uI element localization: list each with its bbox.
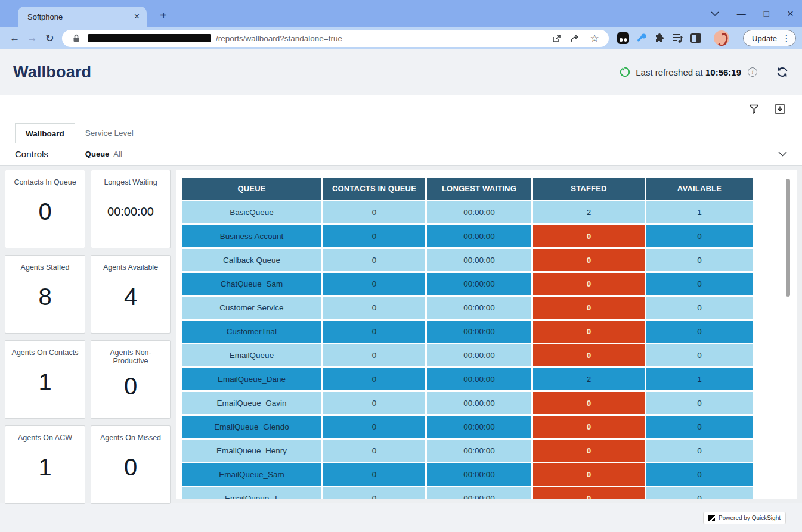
playlist-icon[interactable] <box>672 33 684 43</box>
cell-available: 0 <box>646 416 753 438</box>
kpi-card: Agents Available4 <box>91 255 171 334</box>
cell-available: 0 <box>646 487 753 499</box>
browser-toolbar: ← → ↻ /reports/wallboard?standalone=true… <box>0 27 802 49</box>
quicksight-badge: Powered by QuickSight <box>703 512 786 524</box>
controls-bar: Controls Queue All <box>0 143 802 166</box>
controls-collapse-chevron-icon[interactable] <box>778 151 787 157</box>
address-bar[interactable]: /reports/wallboard?standalone=true ☆ <box>62 30 609 47</box>
cell-contacts-in-queue: 0 <box>323 201 425 223</box>
page-footer: Powered by QuickSight <box>0 503 802 532</box>
tab-wallboard[interactable]: Wallboard <box>15 123 75 143</box>
queue-table: QUEUECONTACTS IN QUEUELONGEST WAITINGSTA… <box>180 176 754 499</box>
minimize-button[interactable]: — <box>737 9 746 18</box>
refresh-button[interactable] <box>776 66 789 78</box>
kpi-card: Agents On Missed0 <box>91 425 171 504</box>
kpi-label: Contacts In Queue <box>14 178 76 186</box>
table-row: Customer Service000:00:0000 <box>182 297 753 319</box>
page-header: Wallboard Last refreshed at 10:56:19 i <box>0 49 802 95</box>
cell-queue: EmailQueue_Henry <box>182 440 321 462</box>
table-row: EmailQueue_Gavin000:00:0000 <box>182 392 753 414</box>
table-row: EmailQueue_T000:00:0000 <box>182 487 753 499</box>
table-row: EmailQueue_Glendo000:00:0000 <box>182 416 753 438</box>
cell-available: 1 <box>646 368 753 390</box>
new-tab-button[interactable]: + <box>155 7 172 24</box>
cell-longest-waiting: 00:00:00 <box>427 463 531 486</box>
column-header: CONTACTS IN QUEUE <box>323 178 425 200</box>
column-header: AVAILABLE <box>646 178 753 200</box>
queue-filter-value[interactable]: All <box>113 150 122 158</box>
close-window-button[interactable]: × <box>787 8 794 19</box>
cell-staffed: 0 <box>533 487 645 499</box>
kpi-label: Agents On ACW <box>18 434 72 442</box>
extension-domino-icon[interactable] <box>617 32 629 44</box>
table-row: CustomerTrial000:00:0000 <box>182 321 753 343</box>
cell-queue: EmailQueue_Sam <box>182 463 321 486</box>
dashboard-card: Wallboard Service Level Controls Queue A… <box>0 95 802 503</box>
update-button[interactable]: Update ⋮ <box>743 30 796 46</box>
kpi-value: 0 <box>124 454 137 481</box>
profile-avatar[interactable] <box>714 30 729 46</box>
table-row: Callback Queue000:00:0000 <box>182 249 753 271</box>
update-label: Update <box>752 34 777 43</box>
browser-menu-icon[interactable]: ⋮ <box>782 33 791 43</box>
tab-service-level-label: Service Level <box>85 129 134 138</box>
column-header: LONGEST WAITING <box>427 178 531 200</box>
cell-staffed: 0 <box>533 321 645 343</box>
kpi-value: 8 <box>38 284 51 310</box>
back-icon[interactable]: ← <box>6 29 23 47</box>
tab-title: Softphone <box>27 13 134 21</box>
cell-queue: EmailQueue_Glendo <box>182 416 321 438</box>
kpi-card: Agents Staffed8 <box>5 255 85 334</box>
share-icon[interactable] <box>568 31 583 45</box>
cell-queue: BasicQueue <box>182 201 321 223</box>
quicksight-badge-text: Powered by QuickSight <box>719 515 781 521</box>
lock-icon <box>69 31 83 45</box>
extensions-puzzle-icon[interactable] <box>654 33 665 44</box>
refreshed-prefix: Last refreshed at <box>636 67 703 77</box>
cell-longest-waiting: 00:00:00 <box>427 344 531 366</box>
cell-queue: EmailQueue_Dane <box>182 368 321 390</box>
cell-longest-waiting: 00:00:00 <box>427 416 531 438</box>
table-scrollbar-thumb[interactable] <box>786 179 790 297</box>
tab-service-level[interactable]: Service Level <box>75 123 144 143</box>
cell-queue: Business Account <box>182 225 321 247</box>
extension-key-icon[interactable] <box>636 32 648 44</box>
kpi-card: Longest Waiting00:00:00 <box>91 170 171 248</box>
export-download-icon[interactable] <box>775 104 785 114</box>
bookmark-star-icon[interactable]: ☆ <box>587 31 602 45</box>
cell-available: 1 <box>646 201 753 223</box>
browser-tab[interactable]: Softphone × <box>18 7 147 27</box>
cell-staffed: 0 <box>533 225 645 247</box>
kpi-label: Agents Staffed <box>21 263 70 272</box>
cell-contacts-in-queue: 0 <box>323 487 425 499</box>
cell-queue: EmailQueue_Gavin <box>182 392 321 414</box>
open-in-new-icon[interactable] <box>549 31 563 45</box>
cell-longest-waiting: 00:00:00 <box>427 368 531 390</box>
kpi-label: Longest Waiting <box>104 178 157 186</box>
maximize-button[interactable]: □ <box>764 9 769 18</box>
queue-table-body: BasicQueue000:00:0021Business Account000… <box>182 201 753 499</box>
kpi-label: Agents On Contacts <box>12 349 79 357</box>
side-panel-icon[interactable] <box>690 33 701 43</box>
cell-available: 0 <box>646 463 753 486</box>
cell-queue: EmailQueue_T <box>182 487 321 499</box>
tab-wallboard-label: Wallboard <box>26 129 64 138</box>
kpi-value: 0 <box>38 198 51 225</box>
kpi-card: Agents On ACW1 <box>5 425 85 504</box>
cell-contacts-in-queue: 0 <box>323 321 425 343</box>
column-header: QUEUE <box>182 178 321 200</box>
kpi-card: Agents Non-Productive0 <box>91 340 171 419</box>
chevron-down-icon[interactable] <box>711 11 719 16</box>
cell-queue: ChatQueue_Sam <box>182 273 321 295</box>
cell-available: 0 <box>646 440 753 462</box>
timer-icon <box>620 67 630 77</box>
cell-contacts-in-queue: 0 <box>323 463 425 486</box>
cell-queue: EmailQueue <box>182 344 321 366</box>
tab-close-icon[interactable]: × <box>134 12 140 21</box>
filter-funnel-icon[interactable] <box>749 104 759 114</box>
browser-titlebar: Softphone × + — □ × <box>0 0 802 27</box>
reload-icon[interactable]: ↻ <box>41 29 58 47</box>
info-icon[interactable]: i <box>748 67 757 77</box>
cell-staffed: 0 <box>533 249 645 271</box>
forward-icon[interactable]: → <box>23 29 41 47</box>
